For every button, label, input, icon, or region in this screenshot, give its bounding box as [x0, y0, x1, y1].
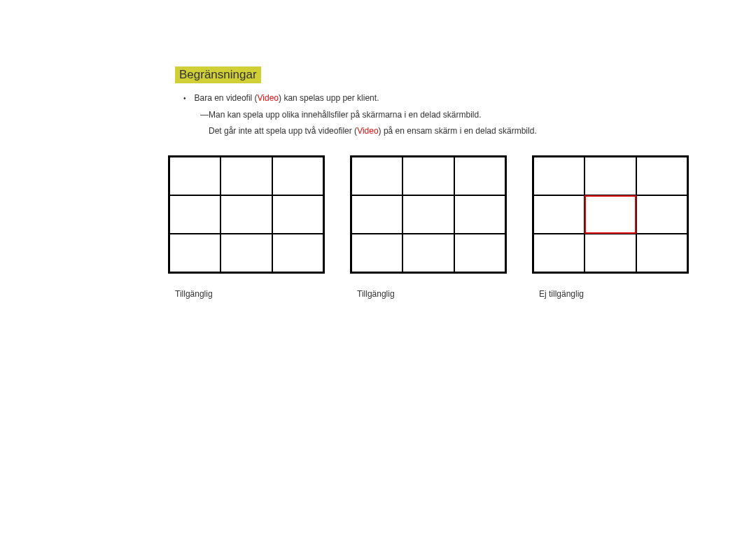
grid-2 [350, 155, 507, 274]
bullet-text: Bara en videofil (Video) kan spelas upp … [195, 93, 379, 103]
grid-3 [532, 155, 689, 274]
dash-icon: ― [200, 108, 209, 122]
grid-1 [168, 155, 325, 274]
video-word-2: Video [357, 126, 378, 136]
grid-cell [169, 157, 220, 195]
grid-cell [454, 195, 505, 234]
subnote-2: Det går inte att spela upp två videofile… [209, 125, 756, 138]
grid-cell [584, 157, 636, 195]
grid-block-2: Tillgänglig [350, 155, 504, 299]
subnote-1: ―Man kan spela upp olika innehållsfiler … [200, 108, 756, 122]
grid-caption-2: Tillgänglig [357, 289, 504, 299]
grid-cell [351, 157, 402, 195]
grid-cell [402, 157, 454, 195]
video-word: Video [258, 93, 279, 103]
grid-caption-3: Ej tillgänglig [539, 289, 686, 299]
grid-cell [220, 234, 272, 272]
subnote-1-text: Man kan spela upp olika innehållsfiler p… [209, 110, 482, 120]
grid-cell [533, 234, 584, 272]
subnote-2-post: ) på en ensam skärm i en delad skärmbild… [379, 126, 537, 136]
grid-block-3: Ej tillgänglig [532, 155, 686, 299]
grid-cell [454, 234, 505, 272]
grid-caption-1: Tillgänglig [175, 289, 322, 299]
grid-cell [533, 195, 584, 234]
grid-cell [272, 234, 323, 272]
grid-cell [220, 195, 272, 234]
grids-row: Tillgänglig Tillgänglig [168, 155, 756, 299]
grid-cell [272, 195, 323, 234]
grid-cell [351, 195, 402, 234]
grid-cell [351, 234, 402, 272]
grid-cell [584, 234, 636, 272]
grid-cell [636, 234, 687, 272]
document-content: Begränsningar • Bara en videofil (Video)… [0, 0, 756, 299]
bullet-pre: Bara en videofil ( [195, 93, 258, 103]
bullet-post: ) kan spelas upp per klient. [279, 93, 379, 103]
grid-cell-highlight [584, 195, 636, 234]
grid-cell [454, 157, 505, 195]
grid-cell [636, 157, 687, 195]
bullet-icon: • [183, 94, 186, 102]
grid-cell [272, 157, 323, 195]
grid-cell [169, 234, 220, 272]
subnote-2-pre: Det går inte att spela upp två videofile… [209, 126, 357, 136]
grid-cell [220, 157, 272, 195]
section-heading: Begränsningar [175, 66, 261, 83]
grid-cell [533, 157, 584, 195]
grid-cell [636, 195, 687, 234]
grid-cell [169, 195, 220, 234]
grid-block-1: Tillgänglig [168, 155, 322, 299]
grid-cell [402, 234, 454, 272]
grid-cell [402, 195, 454, 234]
bullet-line: • Bara en videofil (Video) kan spelas up… [183, 93, 756, 103]
